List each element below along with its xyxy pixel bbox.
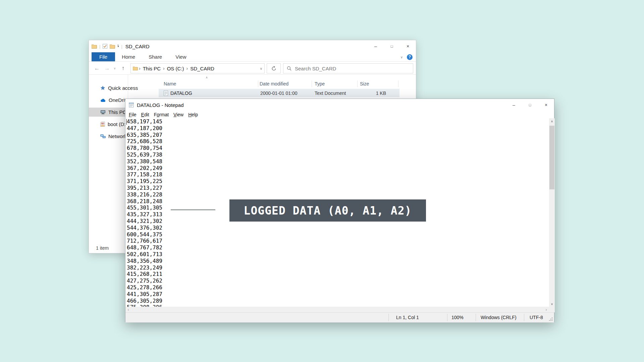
quick-access-toolbar: | ▾ | SD_CARD	[92, 40, 149, 52]
status-divider	[388, 314, 389, 321]
sidebar-item-network[interactable]: Network	[89, 132, 128, 141]
line-ending: Windows (CRLF)	[481, 312, 517, 322]
menu-view[interactable]: View	[171, 112, 186, 117]
column-divider[interactable]	[357, 80, 358, 87]
cursor-position: Ln 1, Col 1	[396, 312, 419, 322]
qat-separator: |	[99, 44, 100, 49]
scrollbar-corner	[549, 307, 555, 312]
search-icon	[287, 66, 291, 71]
vertical-scrollbar-thumb[interactable]	[549, 126, 554, 189]
minimize-button[interactable]: –	[506, 99, 522, 111]
minimize-button[interactable]: –	[368, 40, 384, 52]
forward-button[interactable]: →	[103, 62, 111, 75]
ribbon-right-controls: ∨ ?	[400, 52, 413, 62]
ribbon-tabs: FileHomeShareView	[89, 52, 416, 62]
computer-icon	[100, 110, 106, 114]
column-header-size[interactable]: Size	[360, 79, 369, 88]
star-icon	[100, 85, 105, 90]
explorer-window-title: SD_CARD	[125, 44, 150, 49]
menu-format[interactable]: Format	[152, 112, 171, 117]
new-folder-icon[interactable]	[110, 44, 115, 49]
address-dropdown-icon[interactable]: ∨	[260, 67, 262, 70]
svg-text:SD: SD	[101, 122, 104, 125]
menu-file[interactable]: File	[126, 112, 139, 117]
sidebar-item-boot-d[interactable]: SD boot (D:)	[89, 120, 128, 129]
notepad-icon	[129, 102, 134, 108]
qat-customize-icon[interactable]: ▾	[117, 45, 119, 48]
status-divider	[447, 314, 447, 321]
annotation-box: LOGGED DATA (A0, A1, A2)	[229, 199, 426, 222]
annotation-leader-line	[171, 209, 215, 210]
sd-card-icon: SD	[100, 122, 105, 127]
recent-locations-icon[interactable]: ∨	[112, 62, 118, 75]
column-divider[interactable]	[312, 80, 312, 87]
search-box[interactable]: Search SD_CARD	[283, 63, 413, 73]
breadcrumb-segment[interactable]: OS (C:)	[167, 66, 184, 71]
scroll-right-icon[interactable]: ›	[543, 307, 549, 312]
scroll-left-icon[interactable]: ‹	[125, 307, 131, 312]
explorer-window-controls: – □ ×	[368, 40, 416, 52]
file-size: 1 KB	[354, 89, 386, 97]
zoom-level: 100%	[451, 312, 464, 322]
help-icon[interactable]: ?	[407, 54, 413, 60]
text-caret	[126, 119, 127, 125]
qat-separator: |	[121, 44, 122, 49]
menu-edit[interactable]: Edit	[139, 112, 152, 117]
breadcrumb-chevron-icon[interactable]: ›	[139, 66, 141, 71]
item-count: 1 item	[96, 245, 109, 251]
file-name[interactable]: DATALOG	[170, 89, 192, 97]
sidebar-item-label: boot (D:)	[108, 121, 127, 127]
column-header-date-modified[interactable]: Date modified	[260, 79, 288, 88]
desktop: | ▾ | SD_CARD – □ × FileHomeShareView ∨ …	[0, 0, 644, 362]
ribbon-tab-share[interactable]: Share	[142, 52, 169, 61]
ribbon-collapse-icon[interactable]: ∨	[400, 55, 403, 59]
notepad-window-title: DATALOG - Notepad	[137, 102, 184, 108]
sidebar-item-label: Network	[108, 133, 127, 139]
column-divider[interactable]	[398, 80, 398, 87]
close-button[interactable]: ×	[538, 99, 554, 111]
horizontal-scrollbar[interactable]: ‹ ›	[125, 307, 549, 312]
breadcrumb-segment[interactable]: This PC	[143, 66, 161, 71]
explorer-titlebar[interactable]: | ▾ | SD_CARD – □ ×	[89, 40, 416, 52]
ribbon-tab-home[interactable]: Home	[115, 52, 142, 61]
resize-grip[interactable]	[549, 317, 553, 321]
column-header-name[interactable]: Name	[164, 79, 176, 88]
properties-check-icon[interactable]	[103, 44, 107, 49]
ribbon-tab-file[interactable]: File	[92, 52, 115, 61]
scroll-up-icon[interactable]: ∧	[549, 118, 555, 124]
file-date-modified: 2000-01-01 01:00	[260, 89, 298, 97]
maximize-button[interactable]: □	[522, 99, 538, 111]
maximize-button[interactable]: □	[384, 40, 400, 52]
cloud-icon	[100, 98, 106, 102]
sidebar-item-quick-access[interactable]: Quick access	[89, 83, 128, 93]
sidebar-item-this-pc[interactable]: This PC	[89, 108, 128, 117]
breadcrumb-segment[interactable]: SD_CARD	[190, 66, 214, 71]
status-divider	[524, 314, 524, 321]
annotation-label: LOGGED DATA (A0, A1, A2)	[244, 204, 412, 217]
close-button[interactable]: ×	[400, 40, 416, 52]
column-header-type[interactable]: Type	[315, 79, 325, 88]
breadcrumb-chevron-icon[interactable]: ›	[163, 66, 165, 71]
sort-ascending-icon: ∧	[206, 76, 208, 79]
column-divider[interactable]	[258, 80, 258, 87]
address-bar[interactable]: ›This PC›OS (C:)›SD_CARD ∨	[130, 63, 265, 73]
sidebar-item-label: This PC	[108, 109, 126, 115]
network-icon	[100, 134, 106, 138]
ribbon-tab-view[interactable]: View	[169, 52, 193, 61]
menu-help[interactable]: Help	[186, 112, 200, 117]
file-type: Text Document	[315, 89, 346, 97]
breadcrumb-chevron-icon[interactable]: ›	[186, 66, 188, 71]
up-button[interactable]: ↑	[119, 62, 127, 75]
scroll-down-icon[interactable]: ∨	[549, 301, 555, 307]
notepad-menubar: FileEditFormatViewHelp	[125, 111, 554, 118]
breadcrumb: ›This PC›OS (C:)›SD_CARD	[138, 66, 216, 71]
back-button[interactable]: ←	[93, 62, 101, 75]
search-placeholder: Search SD_CARD	[295, 66, 336, 71]
refresh-button[interactable]	[267, 63, 281, 73]
folder-icon	[133, 66, 138, 70]
notepad-titlebar[interactable]: DATALOG - Notepad	[125, 99, 554, 111]
refresh-icon	[271, 66, 276, 71]
folder-icon	[92, 44, 97, 49]
sidebar-item-label: Quick access	[108, 85, 138, 91]
sidebar-item-onedrive[interactable]: OneDrive	[89, 96, 128, 105]
